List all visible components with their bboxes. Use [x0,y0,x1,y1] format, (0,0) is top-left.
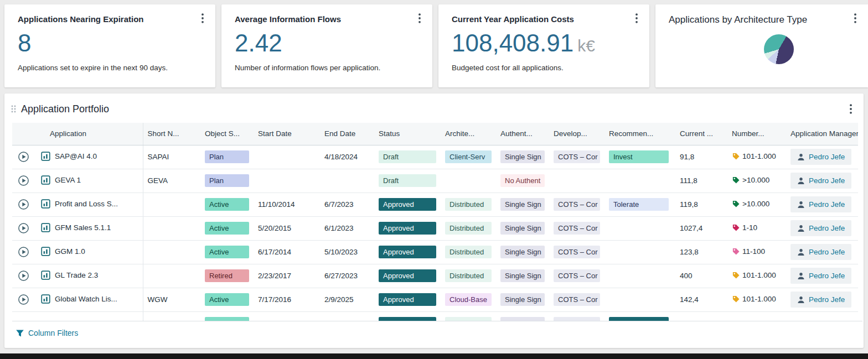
table-cell: Distributed [441,216,496,240]
table-cell: 4/18/2024 [320,145,374,169]
table-cell [549,311,604,321]
table-cell: 7/17/2016 [254,288,320,311]
drag-handle-icon[interactable] [11,105,16,113]
table-cell [441,311,496,321]
play-button[interactable] [18,222,29,234]
value-badge: COTS – Cor [554,150,600,163]
application-manager-chip[interactable]: Pedro Jefe [790,244,851,260]
portfolio-header-row: ApplicationShort N...Object S...Start Da… [12,123,858,145]
table-cell [604,216,675,240]
column-header[interactable]: Start Date [254,123,320,145]
table-cell [12,145,37,169]
table-row: GFM Sales 5.1.1Active5/20/20156/1/2023Ap… [12,216,858,240]
application-manager-chip[interactable]: Pedro Jefe [790,220,851,236]
play-button[interactable] [18,175,29,186]
column-header[interactable]: Application Manager [786,123,858,145]
number-range: >10.000 [742,176,769,184]
card-title: Applications Nearing Expiration [18,14,204,24]
table-cell: COTS – Cor [549,264,604,288]
tag-icon [732,271,740,279]
manager-name: Pedro Jefe [809,248,845,256]
application-link[interactable]: SAP@AI 4.0 [41,152,97,161]
table-cell: Approved [374,288,441,311]
kebab-menu-icon[interactable] [851,12,859,24]
application-link[interactable]: GL Trade 2.3 [41,270,98,280]
column-header[interactable]: Short N... [143,123,200,145]
kpi-value: 8 [18,29,204,57]
number-of-users: 101-1.000 [732,152,776,160]
value-badge: Single Sign [500,269,545,282]
column-header[interactable]: Develop... [549,123,604,145]
panel-title: Application Portfolio [21,103,109,115]
column-header[interactable]: Recommen... [604,123,675,145]
application-manager-chip[interactable]: Pedro Jefe [790,196,851,212]
table-row: Global Watch Lis...WGWActive7/17/20162/9… [12,288,858,311]
number-range: 101-1.000 [742,271,776,279]
column-header[interactable]: Application [37,123,143,145]
column-header[interactable]: End Date [320,123,374,145]
table-cell: 101-1.000 [727,145,786,169]
application-link[interactable]: GGM 1.0 [41,247,85,256]
value-badge: Active [205,293,249,306]
tag-icon [732,200,740,208]
play-button[interactable] [18,246,29,258]
tag-icon [732,223,740,232]
application-name: GL Trade 2.3 [55,271,98,279]
value-badge: Distributed [445,246,492,258]
application-link[interactable]: Global Watch Lis... [41,294,117,304]
column-filters-button[interactable]: Column Filters [12,321,862,346]
kebab-menu-icon[interactable] [633,12,640,24]
table-cell [12,216,37,240]
person-icon [797,296,805,304]
application-link[interactable]: GEVA 1 [41,175,81,185]
play-button[interactable] [18,151,29,163]
application-manager-chip[interactable]: Pedro Jefe [790,268,851,284]
portfolio-table: ApplicationShort N...Object S...Start Da… [12,123,864,321]
table-cell: Single Sign [496,264,549,288]
table-cell: GGM 1.0 [37,240,143,264]
table-cell [37,311,143,321]
table-cell: 11-100 [727,240,786,264]
play-button[interactable] [18,294,29,305]
table-cell [374,311,441,321]
tag-icon [732,295,740,303]
kebab-menu-icon[interactable] [416,12,423,24]
application-manager-chip[interactable]: Pedro Jefe [790,292,851,308]
application-factsheet-icon [41,270,50,280]
person-icon [797,248,805,256]
column-header[interactable]: Current ... [675,123,727,145]
application-link[interactable]: GFM Sales 5.1.1 [41,223,111,232]
table-row: Profit and Loss S...Active11/10/20146/7/… [12,192,858,216]
table-cell: No Authent [496,169,549,192]
table-cell: Pedro Jefe [786,240,858,264]
value-badge [609,317,669,321]
table-cell: 1-10 [727,216,786,240]
kpi-value: 2.42 [235,29,421,57]
table-cell: GEVA 1 [37,169,143,192]
table-cell: Global Watch Lis... [37,288,143,311]
column-header[interactable]: Number... [727,123,786,145]
value-badge: Client-Serv [445,150,492,163]
column-header[interactable]: Authent... [496,123,549,145]
application-factsheet-icon [41,175,50,185]
table-cell: Active [200,240,254,264]
application-manager-chip[interactable]: Pedro Jefe [790,173,851,189]
application-link[interactable]: Profit and Loss S... [41,199,118,209]
number-range: >10.000 [742,200,769,208]
application-manager-chip[interactable]: Pedro Jefe [790,149,851,165]
kebab-menu-icon[interactable] [199,12,206,24]
value-badge: COTS – Cor [554,293,600,306]
column-header[interactable]: Object S... [200,123,254,145]
column-header[interactable]: Status [374,123,441,145]
play-button[interactable] [18,199,29,210]
kpi-card-applications-nearing-expiration: Applications Nearing Expiration 8 Applic… [4,4,215,87]
application-factsheet-icon [41,152,50,161]
table-cell: 2/23/2017 [254,264,320,288]
portfolio-data-table: ApplicationShort N...Object S...Start Da… [12,123,858,321]
table-cell: COTS – Cor [549,192,604,216]
kebab-menu-icon[interactable] [847,103,855,115]
column-header[interactable]: Archite... [441,123,496,145]
play-button[interactable] [18,270,29,282]
table-cell: 11/10/2014 [254,192,320,216]
number-of-users: >10.000 [732,200,769,208]
